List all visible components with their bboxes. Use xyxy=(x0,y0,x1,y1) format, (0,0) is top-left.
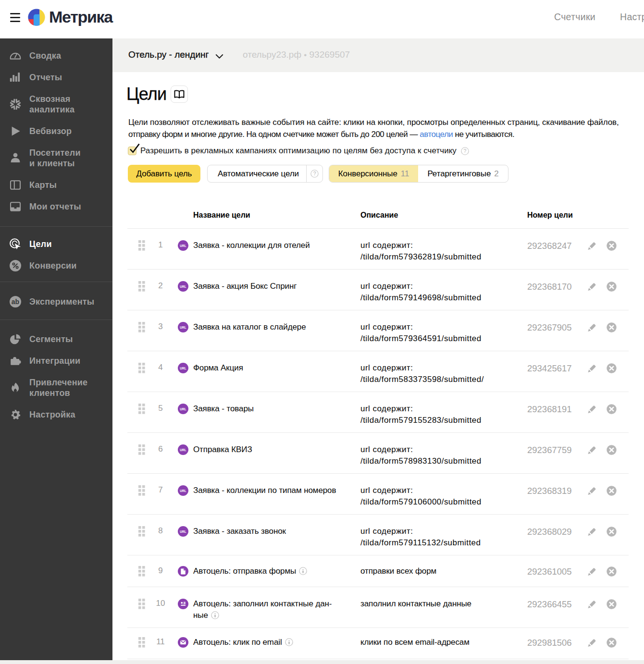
svg-text:?: ? xyxy=(313,171,316,176)
svg-text:URL: URL xyxy=(180,326,186,329)
svg-text:URL: URL xyxy=(180,407,186,411)
svg-text:URL: URL xyxy=(180,448,186,452)
svg-text:URL: URL xyxy=(180,285,186,288)
svg-text:URL: URL xyxy=(180,367,186,370)
svg-text:URL: URL xyxy=(180,530,186,533)
svg-text:ab: ab xyxy=(11,297,19,305)
svg-text:URL: URL xyxy=(180,489,186,492)
svg-text:URL: URL xyxy=(180,244,186,247)
svg-text:?: ? xyxy=(464,148,467,154)
